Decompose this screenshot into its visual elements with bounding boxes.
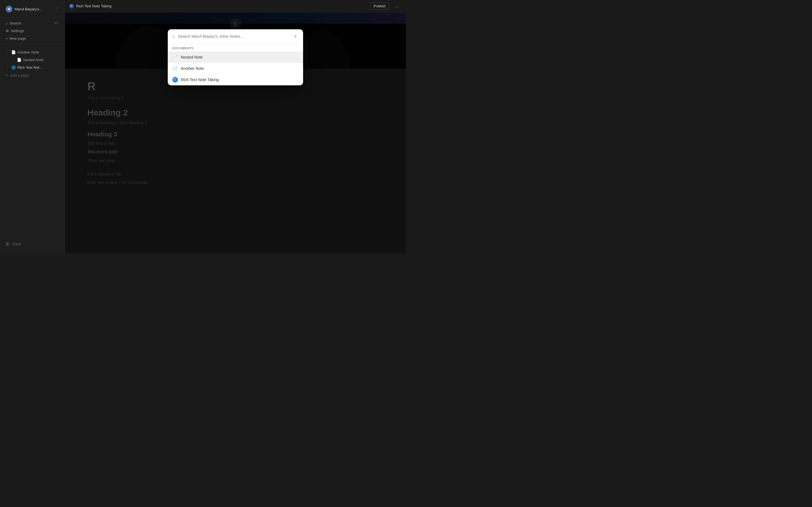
sidebar-settings-label: Settings: [11, 29, 24, 33]
topbar-left: Rich Text Note Taking: [69, 4, 111, 8]
topbar: Rich Text Note Taking Publish ...: [65, 0, 406, 12]
search-input[interactable]: [178, 34, 289, 39]
page-title: Rich Text Note Taking: [76, 4, 111, 8]
sidebar: M Maruf Bepary's... ⌃ ⌕ Search ⌘K ⚙ Sett…: [0, 0, 65, 253]
sidebar-item-another-note[interactable]: › 📄 Another Note: [2, 48, 62, 56]
search-result-rich-text[interactable]: Rich Text Note Taking: [168, 74, 303, 86]
result-label-rich-text: Rich Text Note Taking: [181, 77, 219, 82]
result-label-another-note: Another Note: [181, 66, 204, 71]
modal-search-icon: ⌕: [172, 34, 175, 39]
sidebar-add-page-label: Add a page: [10, 73, 29, 77]
doc-icon: 📄: [11, 50, 16, 54]
sidebar-nested-label: Nested Note: [23, 58, 43, 62]
search-result-another-note[interactable]: 📄 Another Note: [168, 63, 303, 74]
sidebar-new-page-label: New page: [10, 36, 26, 41]
topbar-right: Publish ...: [370, 2, 402, 10]
search-result-nested-note[interactable]: 📄 Nested Note: [168, 52, 303, 63]
search-modal: ⌕ × Documents 📄 Nested Note 📄 Another No…: [168, 29, 303, 86]
search-close-button[interactable]: ×: [292, 33, 299, 40]
search-icon: ⌕: [6, 21, 8, 25]
more-options-button[interactable]: ...: [393, 2, 402, 10]
sidebar-item-new-page[interactable]: + New page: [2, 35, 62, 42]
expand-chevron-icon-rich: ›: [6, 65, 10, 69]
divider-2: [0, 44, 64, 44]
search-section-label: Documents: [168, 44, 303, 52]
gear-icon: ⚙: [6, 29, 9, 33]
result-label-nested-note: Nested Note: [181, 55, 203, 59]
pages-section: › 📄 Another Note › 📄 Nested Note › 🌐 Ric…: [0, 48, 64, 71]
sidebar-item-trash[interactable]: 🗑 Trash: [2, 240, 62, 248]
search-modal-header: ⌕ ×: [168, 29, 303, 44]
sidebar-item-settings[interactable]: ⚙ Settings: [2, 27, 62, 34]
globe-icon-sidebar: 🌐: [11, 65, 16, 69]
divider: [0, 17, 64, 18]
publish-button[interactable]: Publish: [370, 3, 389, 10]
chevron-icon: ⌃: [56, 7, 59, 11]
workspace-switcher[interactable]: M Maruf Bepary's... ⌃: [2, 3, 62, 15]
expand-chevron-icon-nested: ›: [11, 58, 15, 62]
workspace-name: Maruf Bepary's...: [15, 7, 54, 11]
plus-icon: +: [6, 36, 8, 41]
sidebar-trash-label: Trash: [12, 242, 21, 246]
result-doc-icon-1: 📄: [172, 54, 178, 60]
sidebar-item-search[interactable]: ⌕ Search ⌘K: [2, 20, 62, 27]
plus-add-icon: +: [6, 73, 8, 77]
workspace-avatar: M: [6, 6, 12, 12]
expand-chevron-icon: ›: [6, 50, 10, 54]
sidebar-rich-text-label: Rich Text Not...: [17, 65, 42, 69]
doc-icon-nested: 📄: [17, 57, 21, 62]
search-shortcut: ⌘K: [54, 21, 59, 25]
result-doc-icon-2: 📄: [172, 66, 178, 71]
trash-icon: 🗑: [6, 242, 10, 246]
page-globe-icon: [69, 4, 74, 8]
sidebar-item-nested-note[interactable]: › 📄 Nested Note: [2, 56, 62, 63]
sidebar-search-label: Search: [10, 21, 21, 25]
sidebar-add-page[interactable]: + Add a page: [2, 71, 62, 79]
result-globe-icon: [172, 77, 178, 82]
sidebar-page-label: Another Note: [17, 50, 39, 54]
main-content-area: Rich Text Note Taking Publish ... ◎ R Th…: [65, 0, 406, 253]
sidebar-item-rich-text[interactable]: › 🌐 Rich Text Not...: [2, 64, 62, 71]
search-overlay: ⌕ × Documents 📄 Nested Note 📄 Another No…: [65, 12, 406, 253]
